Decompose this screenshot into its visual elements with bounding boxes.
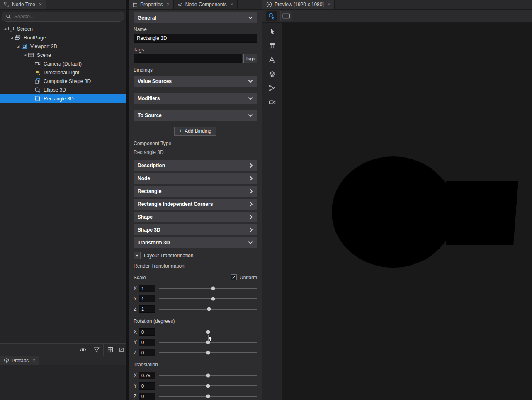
visibility-toggle-button[interactable] <box>76 344 90 356</box>
slider-handle[interactable] <box>206 330 210 334</box>
tree-item-ellipse-3d[interactable]: Ellipse 3D <box>0 85 126 94</box>
video-camera-icon <box>269 99 276 106</box>
close-icon[interactable]: × <box>231 2 233 7</box>
expand-arrow-icon[interactable]: ◢ <box>15 44 21 48</box>
section-transform-3d[interactable]: Transform 3D <box>134 237 257 248</box>
grid-overlay-button[interactable] <box>267 41 278 50</box>
uniform-checkbox-group[interactable]: ✓ Uniform <box>231 274 257 280</box>
slider-handle[interactable] <box>211 287 215 290</box>
tree-item-viewport-2d[interactable]: ◢ Viewport 2D <box>0 42 126 51</box>
tab-properties[interactable]: Properties × <box>129 0 174 9</box>
layout-transformation-row[interactable]: + Layout Transformation <box>134 252 257 259</box>
section-shape-3d[interactable]: Shape 3D <box>134 224 257 235</box>
section-to-source[interactable]: To Source <box>134 110 257 121</box>
slider-handle[interactable] <box>207 307 211 311</box>
translation-y-slider[interactable] <box>159 382 257 390</box>
slider-handle[interactable] <box>206 374 210 378</box>
tree-item-screen[interactable]: ◢ Screen <box>0 24 126 33</box>
name-input[interactable] <box>134 34 257 43</box>
scale-z-input[interactable] <box>139 305 155 313</box>
tree-item-directional-light[interactable]: Directional Light <box>0 68 126 77</box>
tab-preview-label: Preview [1920 x 1080] <box>275 2 324 7</box>
tab-node-tree[interactable]: Node Tree × <box>0 0 46 9</box>
section-general[interactable]: General <box>134 12 257 23</box>
close-icon[interactable]: × <box>167 2 170 7</box>
select-tool-button[interactable] <box>267 27 278 36</box>
tags-input[interactable] <box>134 54 242 63</box>
panel-options-button[interactable] <box>117 344 126 356</box>
translation-y-input[interactable] <box>139 382 155 390</box>
add-binding-button[interactable]: + Add Binding <box>174 127 216 136</box>
tags-button[interactable]: Tags <box>243 54 257 63</box>
tree-item-camera[interactable]: Camera (Default) <box>0 59 126 68</box>
section-rectangle[interactable]: Rectangle <box>134 186 257 197</box>
translation-x-slider[interactable] <box>159 372 257 379</box>
translation-z-input[interactable] <box>139 393 155 400</box>
expand-arrow-icon[interactable]: ◢ <box>22 53 28 57</box>
translation-y-row: Y <box>134 382 257 390</box>
slider-handle[interactable] <box>206 384 210 388</box>
rotation-z-input[interactable] <box>139 349 155 356</box>
camera-icon <box>34 61 41 67</box>
plus-icon[interactable]: + <box>134 252 141 259</box>
translation-z-slider[interactable] <box>159 393 257 400</box>
translation-z-row: Z <box>134 393 257 400</box>
slider-handle[interactable] <box>206 341 210 344</box>
expand-arrow-icon[interactable]: ◢ <box>9 36 15 39</box>
scale-y-input[interactable] <box>139 295 155 302</box>
tree-item-rootpage[interactable]: ◢ RootPage <box>0 33 126 42</box>
section-value-sources-label: Value Sources <box>138 78 172 84</box>
section-modifiers[interactable]: Modifiers <box>134 93 257 104</box>
tab-prefabs[interactable]: Prefabs × <box>0 356 39 365</box>
tree-item-rectangle-3d[interactable]: Rectangle 3D <box>0 94 126 103</box>
section-description[interactable]: Description <box>134 160 257 171</box>
section-rectangle-independent-corners[interactable]: Rectangle Independent Corners <box>134 199 257 210</box>
expand-arrow-icon[interactable]: ◢ <box>2 27 8 31</box>
close-icon[interactable]: × <box>32 358 35 363</box>
slider-handle[interactable] <box>206 351 210 355</box>
section-rectangle-independent-corners-label: Rectangle Independent Corners <box>138 201 213 207</box>
virtual-keyboard-button[interactable] <box>280 11 292 21</box>
rotation-x-input[interactable] <box>139 328 155 336</box>
text-debug-button[interactable] <box>267 55 278 64</box>
tab-properties-label: Properties <box>140 2 163 7</box>
panel-splitter[interactable] <box>126 0 129 400</box>
rotation-y-input[interactable] <box>139 339 155 346</box>
scale-x-row: X <box>134 285 257 292</box>
scale-z-slider[interactable] <box>159 305 257 313</box>
filter-button[interactable] <box>90 344 103 356</box>
search-box[interactable] <box>2 12 124 22</box>
tab-node-components[interactable]: Node Components × <box>174 0 238 9</box>
scale-x-slider[interactable] <box>159 285 257 292</box>
translation-x-input[interactable] <box>139 372 155 379</box>
close-icon[interactable]: × <box>328 2 330 7</box>
section-value-sources[interactable]: Value Sources <box>134 76 257 87</box>
node-components-icon <box>177 2 183 7</box>
preview-tabbar: Preview [1920 x 1080] × <box>262 0 532 10</box>
rotation-x-slider[interactable] <box>159 328 257 336</box>
rotation-y-slider[interactable] <box>159 339 257 346</box>
node-graph-button[interactable] <box>267 83 278 93</box>
camera-view-button[interactable] <box>267 98 278 107</box>
slider-handle[interactable] <box>211 297 215 301</box>
properties-icon <box>132 2 138 7</box>
tab-preview[interactable]: Preview [1920 x 1080] × <box>262 0 335 9</box>
tree-item-scene[interactable]: ◢ Scene <box>0 51 126 59</box>
rotation-z-slider[interactable] <box>159 349 257 356</box>
uniform-checkbox[interactable]: ✓ <box>231 274 237 280</box>
slider-handle[interactable] <box>206 395 210 398</box>
layers-icon <box>269 71 276 78</box>
tree-item-composite-shape-3d[interactable]: Composite Shape 3D <box>0 77 126 85</box>
preview-canvas[interactable] <box>282 23 532 400</box>
interact-mode-button[interactable] <box>266 11 277 21</box>
prefabs-tabbar: Prefabs × <box>0 356 126 365</box>
scale-y-slider[interactable] <box>159 295 257 302</box>
section-node[interactable]: Node <box>134 173 257 184</box>
section-shape[interactable]: Shape <box>134 212 257 222</box>
search-input[interactable] <box>14 14 120 20</box>
scale-x-input[interactable] <box>139 285 155 292</box>
composite-shape-icon <box>34 78 41 84</box>
layers-button[interactable] <box>267 69 278 78</box>
close-icon[interactable]: × <box>39 2 42 7</box>
grid-view-button[interactable] <box>103 344 117 356</box>
